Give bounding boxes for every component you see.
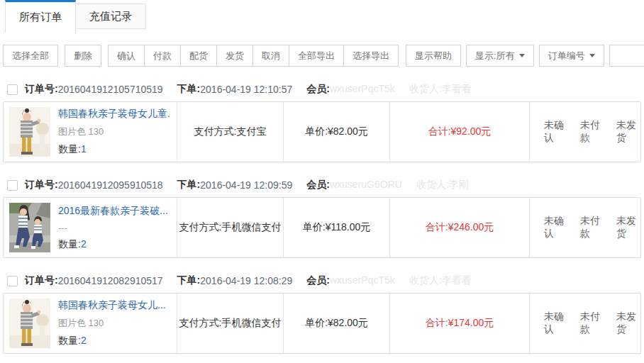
show-help-button[interactable]: 显示帮助 <box>406 45 461 67</box>
product-info: 2016最新春款亲子装破... --- 数量:2 <box>58 205 168 251</box>
status-unconfirmed: 未确认 <box>544 311 568 336</box>
order-checkbox[interactable] <box>7 276 18 286</box>
status-cell: 未确认 未付款 未发货 <box>529 198 640 257</box>
display-filter-label: 显示:所有 <box>475 50 515 62</box>
delete-button[interactable]: 删除 <box>65 45 101 67</box>
member-value: wxuserPqcT5k <box>330 274 395 286</box>
member-value: wxuseruG6ORU <box>330 179 402 190</box>
order-actions-group: 确认 付款 配货 发货 取消 全部导出 选择导出 <box>108 45 399 67</box>
status-unpaid: 未付款 <box>580 119 604 145</box>
chevron-down-icon <box>589 54 595 57</box>
product-cell: 韩国春秋亲子装母女儿童... 图片色 130 数量:1 <box>4 102 177 162</box>
tab-bar: 所有订单 充值记录 <box>0 0 644 33</box>
payment-method-cell: 支付方式:手机微信支付 <box>177 198 283 257</box>
receiver-value: 收货人:李看看 <box>409 274 472 287</box>
product-quantity: 数量:1 <box>58 143 170 156</box>
chevron-down-icon <box>519 54 525 57</box>
order-no-label: 订单号: <box>25 83 58 96</box>
order-no-value: 2016041912082910517 <box>58 275 163 286</box>
order-row: 韩国春秋亲子装母女儿... 图片色 130 数量:2 支付方式:手机微信支付 单… <box>3 293 641 354</box>
product-link[interactable]: 2016最新春款亲子装破... <box>58 205 168 218</box>
status-unshipped: 未发货 <box>616 311 640 336</box>
order-block: 订单号: 2016041912095910518 下单: 2016-04-19 … <box>3 173 641 258</box>
display-filter-dropdown[interactable]: 显示:所有 <box>466 45 534 67</box>
placed-label: 下单: <box>177 83 201 96</box>
cancel-button[interactable]: 取消 <box>252 45 289 67</box>
product-variant: 图片色 130 <box>58 317 166 330</box>
placed-label: 下单: <box>177 274 201 287</box>
order-checkbox[interactable] <box>7 180 18 191</box>
product-info: 韩国春秋亲子装母女儿... 图片色 130 数量:2 <box>58 299 166 347</box>
order-no-value: 2016041912105710519 <box>58 84 163 95</box>
member-label: 会员: <box>306 83 330 94</box>
search-type-label: 订单编号 <box>548 50 585 62</box>
export-all-button[interactable]: 全部导出 <box>289 45 344 67</box>
tab-all-orders[interactable]: 所有订单 <box>5 0 76 33</box>
allocate-button[interactable]: 配货 <box>180 45 217 67</box>
status-unpaid: 未付款 <box>580 311 604 336</box>
placed-value: 2016-04-19 12:10:57 <box>200 84 292 95</box>
status-unshipped: 未发货 <box>616 119 640 145</box>
member-value: wxuserPqcT5k <box>330 83 395 94</box>
product-info: 韩国春秋亲子装母女儿童... 图片色 130 数量:1 <box>58 108 170 156</box>
toolbar: 选择全部 删除 确认 付款 配货 发货 取消 全部导出 选择导出 显示帮助 显示… <box>3 45 644 67</box>
order-header: 订单号: 2016041912105710519 下单: 2016-04-19 … <box>3 77 641 101</box>
pay-button[interactable]: 付款 <box>144 45 181 67</box>
product-thumbnail[interactable] <box>9 298 50 348</box>
product-cell: 韩国春秋亲子装母女儿... 图片色 130 数量:2 <box>4 294 177 353</box>
ship-button[interactable]: 发货 <box>216 45 253 67</box>
toolbar-right: 显示:所有 订单编号 <box>461 45 644 67</box>
order-row: 2016最新春款亲子装破... --- 数量:2 支付方式:手机微信支付 单价:… <box>3 197 641 258</box>
unit-price-cell: 单价:¥118.00元 <box>283 198 389 257</box>
tab-recharge-records[interactable]: 充值记录 <box>75 4 146 29</box>
total-cell: 合计:¥246.00元 <box>389 198 529 257</box>
unit-price-cell: 单价:¥82.00元 <box>283 102 389 162</box>
product-thumbnail[interactable] <box>9 107 50 157</box>
search-type-dropdown[interactable]: 订单编号 <box>539 45 604 67</box>
total-cell: 合计:¥174.00元 <box>389 294 529 353</box>
status-unpaid: 未付款 <box>580 215 604 240</box>
select-all-button[interactable]: 选择全部 <box>3 45 58 67</box>
status-unshipped: 未发货 <box>616 215 640 240</box>
status-unconfirmed: 未确认 <box>544 215 568 240</box>
order-block: 订单号: 2016041912105710519 下单: 2016-04-19 … <box>3 77 641 162</box>
order-header: 订单号: 2016041912095910518 下单: 2016-04-19 … <box>3 173 641 197</box>
order-header: 订单号: 2016041912082910517 下单: 2016-04-19 … <box>3 269 641 293</box>
payment-method-cell: 支付方式:支付宝 <box>177 102 283 162</box>
member-label: 会员: <box>306 179 330 190</box>
export-selected-button[interactable]: 选择导出 <box>343 45 399 67</box>
order-search-input[interactable] <box>609 45 644 67</box>
status-cell: 未确认 未付款 未发货 <box>529 294 640 353</box>
receiver-value: 收货人:李刚 <box>416 179 469 191</box>
product-thumbnail[interactable] <box>9 203 50 252</box>
order-no-label: 订单号: <box>25 179 58 191</box>
order-checkbox[interactable] <box>7 84 18 95</box>
total-cell: 合计:¥92.00元 <box>389 102 529 162</box>
placed-value: 2016-04-19 12:09:59 <box>200 179 292 191</box>
product-quantity: 数量:2 <box>58 335 166 347</box>
unit-price-cell: 单价:¥82.00元 <box>283 294 389 353</box>
order-row: 韩国春秋亲子装母女儿童... 图片色 130 数量:1 支付方式:支付宝 单价:… <box>3 101 641 162</box>
order-no-label: 订单号: <box>25 274 58 287</box>
payment-method-cell: 支付方式:手机微信支付 <box>177 294 283 353</box>
status-unconfirmed: 未确认 <box>544 119 568 145</box>
product-cell: 2016最新春款亲子装破... --- 数量:2 <box>4 198 177 257</box>
product-variant: 图片色 130 <box>58 125 170 138</box>
member-label: 会员: <box>306 274 330 286</box>
product-variant: --- <box>58 223 168 233</box>
confirm-button[interactable]: 确认 <box>108 45 145 67</box>
order-block: 订单号: 2016041912082910517 下单: 2016-04-19 … <box>3 269 641 354</box>
product-link[interactable]: 韩国春秋亲子装母女儿童... <box>58 108 170 121</box>
placed-value: 2016-04-19 12:08:29 <box>200 275 292 286</box>
status-cell: 未确认 未付款 未发货 <box>529 102 640 162</box>
placed-label: 下单: <box>177 179 201 191</box>
product-quantity: 数量:2 <box>58 238 168 251</box>
receiver-value: 收货人:李看看 <box>409 83 472 96</box>
order-no-value: 2016041912095910518 <box>58 179 163 191</box>
product-link[interactable]: 韩国春秋亲子装母女儿... <box>58 299 166 312</box>
